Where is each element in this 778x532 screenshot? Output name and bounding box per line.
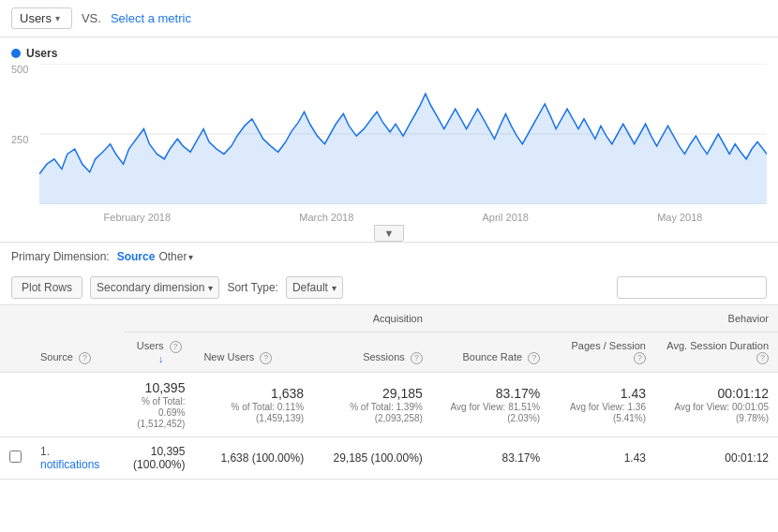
secondary-dim-label: Secondary dimension <box>97 281 204 294</box>
select-metric-link[interactable]: Select a metric <box>111 11 191 25</box>
users-col-header[interactable]: Users ? ↓ <box>124 332 194 373</box>
totals-users-pct: % of Total: 0.69% <box>142 396 186 418</box>
totals-sessions-cell: 29,185 % of Total: 1.39% (2,093,258) <box>313 372 432 436</box>
avg-duration-col-header[interactable]: Avg. Session Duration ? <box>655 332 778 373</box>
row-users-cell: 10,395 (100.00%) <box>124 436 194 479</box>
y-label-250: 250 <box>11 134 28 145</box>
totals-duration-avg-label: Avg for View: <box>674 402 729 412</box>
avg-duration-label: Avg. Session Duration <box>666 340 769 351</box>
totals-bounce-num: 83.17% <box>441 386 540 401</box>
primary-dim-label: Primary Dimension: <box>11 250 110 263</box>
source-label: Source <box>40 351 73 362</box>
x-label-apr: April 2018 <box>482 212 529 223</box>
other-dimension-label: Other <box>158 250 187 263</box>
sort-default-dropdown[interactable]: Default ▾ <box>286 276 343 299</box>
bounce-rate-help-icon[interactable]: ? <box>528 352 540 364</box>
plot-rows-button[interactable]: Plot Rows <box>11 276 82 299</box>
totals-sessions-num: 29,185 <box>322 386 423 401</box>
top-bar: Users ▾ VS. Select a metric <box>0 0 778 37</box>
row-checkbox-cell[interactable] <box>0 436 31 479</box>
source-help-icon[interactable]: ? <box>79 352 91 364</box>
new-users-label: New Users <box>203 351 254 362</box>
totals-sessions-pct: % of Total: 1.39% <box>350 402 423 412</box>
totals-bounce-cell: 83.17% Avg for View: 81.51% (2.03%) <box>432 372 549 436</box>
expand-button[interactable]: ▼ <box>374 225 405 242</box>
y-label-500: 500 <box>11 64 28 75</box>
row-bounce-cell: 83.17% <box>432 436 549 479</box>
totals-row: 10,395 % of Total: 0.69% (1,512,452) 1,6… <box>0 372 778 436</box>
x-label-mar: March 2018 <box>299 212 353 223</box>
row-sessions-cell: 29,185 (100.00%) <box>313 436 432 479</box>
select-all-header <box>0 305 31 372</box>
totals-users-num: 10,395 <box>133 380 185 395</box>
x-label-may: May 2018 <box>657 212 702 223</box>
row-number: 1. <box>40 445 50 458</box>
sessions-col-header[interactable]: Sessions ? <box>313 332 432 373</box>
pages-session-col-header[interactable]: Pages / Session ? <box>549 332 655 373</box>
totals-duration-avg-pct: (9.78%) <box>736 413 769 423</box>
pages-session-help-icon[interactable]: ? <box>634 352 646 364</box>
table-row: 1. notifications 10,395 (100.00%) 1,638 … <box>0 436 778 479</box>
behavior-header: Behavior <box>432 305 778 332</box>
pages-session-label: Pages / Session <box>572 340 647 351</box>
totals-users-abs: (1,512,452) <box>137 419 185 429</box>
totals-sessions-abs: (2,093,258) <box>375 413 423 423</box>
row-duration-value: 00:01:12 <box>725 451 769 465</box>
y-axis-labels: 500 250 <box>11 64 28 223</box>
sort-arrow: ▾ <box>332 283 337 293</box>
row-bounce-value: 83.17% <box>501 451 540 465</box>
sessions-help-icon[interactable]: ? <box>411 352 423 364</box>
acquisition-header: Acquisition <box>124 305 432 332</box>
bounce-rate-label: Bounce Rate <box>462 351 522 362</box>
totals-bounce-avg-label: Avg for View: <box>451 402 506 412</box>
row-pages-value: 1.43 <box>624 451 646 465</box>
legend-label: Users <box>26 47 57 60</box>
totals-duration-num: 00:01:12 <box>665 386 769 401</box>
totals-bounce-avg-val: 81.51% <box>508 402 540 412</box>
new-users-help-icon[interactable]: ? <box>260 352 272 364</box>
secondary-dim-arrow: ▾ <box>208 283 213 293</box>
toolbar: Plot Rows Secondary dimension ▾ Sort Typ… <box>0 271 778 305</box>
sort-default-label: Default <box>292 281 328 294</box>
totals-pages-avg-label: Avg for View: <box>570 402 625 412</box>
totals-new-users-num: 1,638 <box>203 386 304 401</box>
totals-pages-cell: 1.43 Avg for View: 1.36 (5.41%) <box>549 372 655 436</box>
secondary-dimension-dropdown[interactable]: Secondary dimension ▾ <box>90 276 219 299</box>
totals-duration-cell: 00:01:12 Avg for View: 00:01:05 (9.78%) <box>655 372 778 436</box>
totals-new-users-cell: 1,638 % of Total: 0.11% (1,459,139) <box>194 372 313 436</box>
row-source-cell: 1. notifications <box>31 436 124 479</box>
metric-dropdown[interactable]: Users ▾ <box>11 7 72 29</box>
row-new-users-value: 1,638 (100.00%) <box>220 451 304 465</box>
totals-users-cell: 10,395 % of Total: 0.69% (1,512,452) <box>124 372 194 436</box>
source-dimension-link[interactable]: Source <box>117 250 156 263</box>
totals-pages-avg-pct: (5.41%) <box>613 413 646 423</box>
users-label: Users <box>137 340 164 351</box>
chart-wrapper: 500 250 February 2018 March 2018 April 2… <box>11 64 767 223</box>
x-label-feb: February 2018 <box>104 212 172 223</box>
other-dimension-dropdown[interactable]: Other ▾ <box>158 250 193 263</box>
chart-legend: Users <box>11 47 767 60</box>
sort-type-label: Sort Type: <box>227 281 277 294</box>
totals-pages-num: 1.43 <box>559 386 646 401</box>
avg-duration-help-icon[interactable]: ? <box>756 352 769 364</box>
users-help-icon[interactable]: ? <box>170 341 182 353</box>
totals-new-users-abs: (1,459,139) <box>256 413 304 423</box>
metric-dropdown-arrow: ▾ <box>55 13 60 23</box>
vs-text: VS. <box>82 11 101 25</box>
row-checkbox[interactable] <box>9 451 22 463</box>
new-users-col-header[interactable]: New Users ? <box>194 332 313 373</box>
row-source-name[interactable]: notifications <box>40 458 99 471</box>
totals-duration-avg-val: 00:01:05 <box>732 402 769 412</box>
other-dropdown-arrow: ▾ <box>188 252 193 262</box>
chart-svg <box>39 64 767 204</box>
totals-bounce-avg-pct: (2.03%) <box>507 413 540 423</box>
row-sessions-value: 29,185 (100.00%) <box>333 451 422 465</box>
metric-label: Users <box>20 11 52 25</box>
users-sort-arrow: ↓ <box>158 353 164 364</box>
totals-pages-avg-val: 1.36 <box>628 402 646 412</box>
search-input[interactable] <box>617 276 767 299</box>
bounce-rate-col-header[interactable]: Bounce Rate ? <box>432 332 549 373</box>
totals-new-users-pct: % of Total: 0.11% <box>231 402 304 412</box>
x-axis-labels: February 2018 March 2018 April 2018 May … <box>39 212 767 223</box>
row-users-value: 10,395 (100.00%) <box>133 445 185 471</box>
